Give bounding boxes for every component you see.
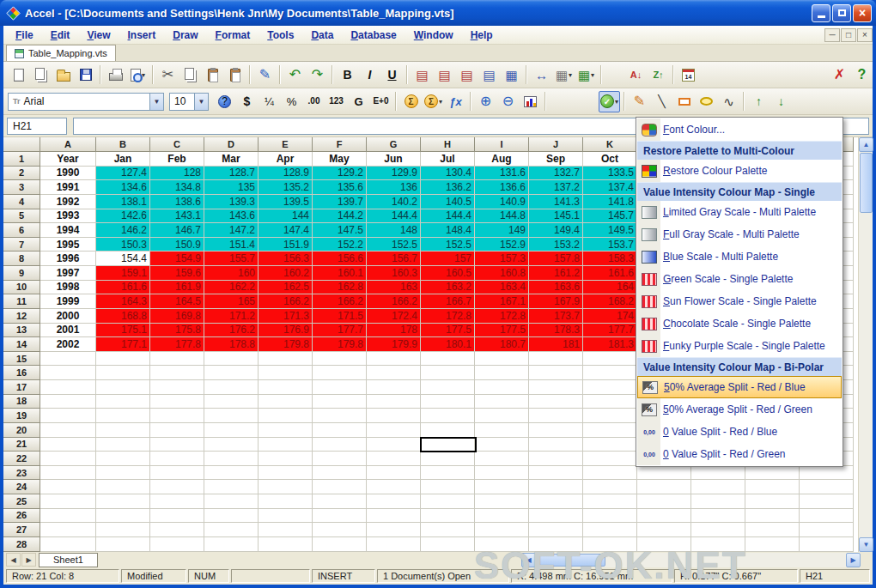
- row-header-21[interactable]: 21: [3, 438, 40, 452]
- cell-E23[interactable]: [259, 466, 313, 481]
- cell-D7[interactable]: 151.4: [204, 238, 259, 252]
- cell-F24[interactable]: [313, 480, 367, 494]
- cell-K25[interactable]: [583, 494, 637, 509]
- cell-J6[interactable]: 149.4: [529, 223, 583, 238]
- cell-F2[interactable]: 129.2: [313, 167, 367, 181]
- cell-F22[interactable]: [313, 452, 367, 466]
- row-header-19[interactable]: 19: [3, 409, 40, 423]
- cell-C1[interactable]: Feb: [150, 152, 204, 167]
- scroll-down-icon[interactable]: ▼: [859, 537, 873, 552]
- cell-A19[interactable]: [40, 409, 96, 423]
- row-header-1[interactable]: 1: [3, 152, 40, 167]
- cell-E17[interactable]: [259, 380, 313, 395]
- cell-A5[interactable]: 1993: [40, 209, 96, 224]
- cell-B27[interactable]: [96, 523, 150, 537]
- cell-O23[interactable]: [800, 466, 854, 481]
- cell-B25[interactable]: [96, 494, 150, 509]
- cell-name-box[interactable]: H21: [7, 118, 67, 135]
- scientific-button[interactable]: E+0: [370, 91, 392, 112]
- cell-J1[interactable]: Sep: [529, 152, 583, 167]
- chevron-down-icon[interactable]: ▼: [149, 94, 163, 110]
- cell-I7[interactable]: 152.9: [475, 238, 529, 252]
- cell-I24[interactable]: [475, 480, 529, 494]
- cell-H16[interactable]: [421, 366, 475, 380]
- column-header-C[interactable]: C: [150, 137, 204, 152]
- cell-K4[interactable]: 141.8: [583, 195, 637, 209]
- cell-G6[interactable]: 148: [367, 223, 421, 238]
- cell-A2[interactable]: 1990: [40, 167, 96, 181]
- cell-F19[interactable]: [313, 409, 367, 423]
- cell-J15[interactable]: [529, 352, 583, 367]
- underline-button[interactable]: U: [381, 64, 403, 86]
- cell-B1[interactable]: Jan: [96, 152, 150, 167]
- row-header-4[interactable]: 4: [3, 195, 40, 209]
- cell-B12[interactable]: 168.8: [96, 309, 150, 324]
- column-header-K[interactable]: K: [583, 137, 637, 152]
- cell-C23[interactable]: [150, 466, 204, 481]
- cell-K10[interactable]: 164: [583, 281, 637, 295]
- cell-F26[interactable]: [313, 509, 367, 524]
- cell-F3[interactable]: 135.6: [313, 180, 367, 195]
- cell-C7[interactable]: 150.9: [150, 238, 204, 252]
- cell-J17[interactable]: [529, 380, 583, 395]
- cell-B9[interactable]: 159.1: [96, 266, 150, 281]
- row-header-22[interactable]: 22: [3, 452, 40, 466]
- insert-row-button[interactable]: ↑: [748, 91, 770, 112]
- print-preview-button[interactable]: ▾: [127, 64, 149, 86]
- cell-N25[interactable]: [745, 494, 800, 509]
- scroll-right-icon[interactable]: ▶: [846, 553, 861, 567]
- cell-I19[interactable]: [475, 409, 529, 423]
- menu-item-green-scale-single-palette[interactable]: Green Scale - Single Palette: [637, 268, 842, 290]
- cell-K27[interactable]: [583, 523, 637, 537]
- cell-E24[interactable]: [259, 480, 313, 494]
- cell-D13[interactable]: 176.2: [204, 324, 259, 338]
- row-header-13[interactable]: 13: [3, 324, 40, 338]
- cell-H19[interactable]: [421, 409, 475, 423]
- mdi-close-button[interactable]: ×: [857, 28, 873, 42]
- cell-D18[interactable]: [204, 395, 259, 409]
- row-header-6[interactable]: 6: [3, 223, 40, 238]
- row-header-25[interactable]: 25: [3, 494, 40, 509]
- cell-C25[interactable]: [150, 494, 204, 509]
- cell-D12[interactable]: 171.2: [204, 309, 259, 324]
- cell-I1[interactable]: Aug: [475, 152, 529, 167]
- cell-K12[interactable]: 174: [583, 309, 637, 324]
- cell-K6[interactable]: 149.5: [583, 223, 637, 238]
- cell-A24[interactable]: [40, 480, 96, 494]
- cell-D4[interactable]: 139.3: [204, 195, 259, 209]
- row-header-20[interactable]: 20: [3, 423, 40, 438]
- cell-B2[interactable]: 127.4: [96, 167, 150, 181]
- cell-G15[interactable]: [367, 352, 421, 367]
- cell-E13[interactable]: 176.9: [259, 324, 313, 338]
- cell-N23[interactable]: [745, 466, 800, 481]
- cell-H8[interactable]: 157: [421, 252, 475, 266]
- cell-B19[interactable]: [96, 409, 150, 423]
- cell-K5[interactable]: 145.7: [583, 209, 637, 224]
- cell-H11[interactable]: 166.7: [421, 294, 475, 309]
- menu-item-0-value-split-red-blue[interactable]: 0,000 Value Split - Red / Blue: [637, 421, 842, 443]
- cell-D11[interactable]: 165: [204, 294, 259, 309]
- menu-item-0-value-split-red-green[interactable]: 0,000 Value Split - Red / Green: [637, 443, 842, 465]
- cell-H20[interactable]: [421, 423, 475, 438]
- print-button[interactable]: [105, 64, 126, 86]
- cell-H4[interactable]: 140.5: [421, 195, 475, 209]
- cell-A14[interactable]: 2002: [40, 337, 96, 352]
- cell-D19[interactable]: [204, 409, 259, 423]
- cell-D24[interactable]: [204, 480, 259, 494]
- cell-A22[interactable]: [40, 452, 96, 466]
- mdi-minimize-button[interactable]: ─: [824, 28, 840, 42]
- cell-I8[interactable]: 157.3: [475, 252, 529, 266]
- delete-button[interactable]: ✗: [829, 64, 850, 86]
- function-button[interactable]: ƒx: [445, 91, 466, 112]
- cell-J7[interactable]: 153.2: [529, 238, 583, 252]
- cell-G11[interactable]: 166.2: [367, 294, 421, 309]
- menu-item-help[interactable]: Help: [462, 27, 502, 44]
- cell-C16[interactable]: [150, 366, 204, 380]
- cell-C6[interactable]: 146.7: [150, 223, 204, 238]
- font-size-combo[interactable]: 10▼: [169, 93, 209, 111]
- cell-E22[interactable]: [259, 452, 313, 466]
- undo-button[interactable]: ↶: [284, 64, 306, 86]
- column-header-J[interactable]: J: [529, 137, 583, 152]
- cell-D1[interactable]: Mar: [204, 152, 259, 167]
- cell-B24[interactable]: [96, 480, 150, 494]
